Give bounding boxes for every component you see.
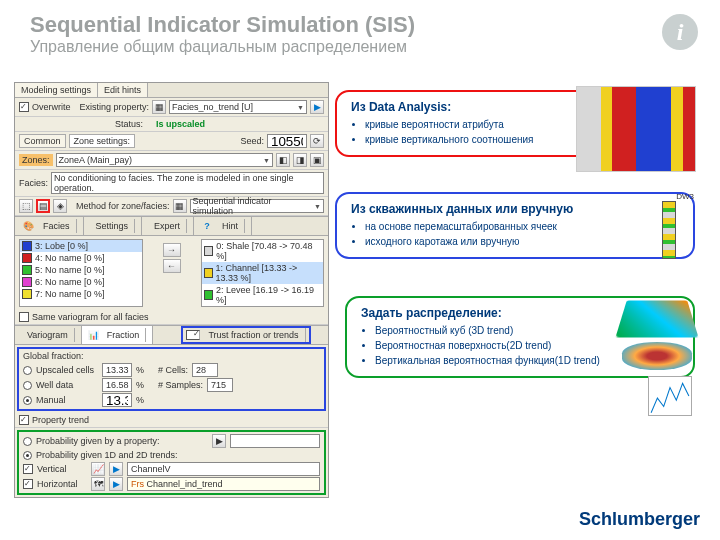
vertical-value[interactable]: ChannelV bbox=[127, 462, 320, 476]
facies-left-list[interactable]: 3: Lobe [0 %] 4: No name [0 %] 5: No nam… bbox=[19, 239, 143, 307]
facies-text: No conditioning to facies. The zone is m… bbox=[51, 172, 324, 194]
move-right-icon[interactable]: → bbox=[163, 243, 181, 257]
well-label: DW3 bbox=[644, 192, 694, 201]
manual-input[interactable] bbox=[102, 393, 132, 407]
vertical-link-icon[interactable]: 📈 bbox=[91, 462, 105, 476]
seed-refresh-icon[interactable]: ⟳ bbox=[310, 134, 324, 148]
property-trend-checkbox[interactable] bbox=[19, 415, 29, 425]
surface-graphic bbox=[622, 342, 692, 370]
tab-modeling-settings[interactable]: Modeling settings bbox=[15, 83, 98, 97]
overwrite-label: Overwrite bbox=[32, 102, 71, 112]
upscaled-value: 13.33 bbox=[102, 363, 132, 377]
seed-input[interactable] bbox=[267, 134, 307, 148]
prob-1d2d-label: Probability given 1D and 2D trends: bbox=[36, 450, 178, 460]
list-item: 5: No name [0 %] bbox=[20, 264, 142, 276]
same-variogram-checkbox[interactable] bbox=[19, 312, 29, 322]
tool-icon-1[interactable]: ⬚ bbox=[19, 199, 33, 213]
arrow-icon[interactable]: ▶ bbox=[109, 462, 123, 476]
well-graphic: DW3 bbox=[644, 192, 694, 264]
tab-fraction[interactable]: 📊 Fraction bbox=[82, 326, 154, 344]
existing-property-dropdown[interactable]: Facies_no_trend [U] ▼ bbox=[169, 100, 307, 114]
tab-edit-hints[interactable]: Edit hints bbox=[98, 83, 148, 97]
zones-value: ZoneA (Main_pay) bbox=[59, 155, 133, 165]
cube-graphic bbox=[615, 300, 698, 337]
arrow-icon[interactable]: ▶ bbox=[109, 477, 123, 491]
info-icon: i bbox=[662, 14, 698, 50]
move-left-icon[interactable]: ← bbox=[163, 259, 181, 273]
arrow-icon[interactable]: ▶ bbox=[212, 434, 226, 448]
welldata-label: Well data bbox=[36, 380, 98, 390]
list-item: 1: Channel [13.33 -> 13.33 %] bbox=[202, 262, 324, 284]
list-item: 6: No name [0 %] bbox=[20, 276, 142, 288]
upscaled-label: Upscaled cells bbox=[36, 365, 98, 375]
callout-blue-title: Из скважинных данных или вручную bbox=[351, 202, 681, 216]
curve-graphic bbox=[648, 376, 692, 416]
zones-dropdown[interactable]: ZoneA (Main_pay) ▼ bbox=[56, 153, 273, 167]
horizontal-link-icon[interactable]: 🗺 bbox=[91, 477, 105, 491]
vertical-checkbox[interactable] bbox=[23, 464, 33, 474]
tool-icon-3[interactable]: ◈ bbox=[53, 199, 67, 213]
zone-icon-2[interactable]: ◨ bbox=[293, 153, 307, 167]
global-fraction-block: Global fraction: Upscaled cells 13.33 % … bbox=[17, 347, 326, 411]
tab-zone-settings[interactable]: Zone settings: bbox=[69, 134, 136, 148]
chevron-down-icon: ▼ bbox=[297, 104, 304, 111]
chevron-down-icon: ▼ bbox=[314, 203, 321, 210]
callout-well-data: Из скважинных данных или вручную на осно… bbox=[335, 192, 695, 259]
radio-prob-1d2d[interactable] bbox=[23, 451, 32, 460]
tab-expert[interactable]: Expert bbox=[142, 217, 194, 235]
list-item: 3: Lobe [0 %] bbox=[20, 240, 142, 252]
tab-common[interactable]: Common bbox=[19, 134, 66, 148]
callout-item: исходного каротажа или вручную bbox=[365, 234, 681, 249]
zone-icon-1[interactable]: ◧ bbox=[276, 153, 290, 167]
horizontal-label: Horizontal bbox=[37, 479, 87, 489]
prob-property-label: Probability given by a property: bbox=[36, 436, 160, 446]
vertical-label: Vertical bbox=[37, 464, 87, 474]
status-label: Status: bbox=[115, 119, 143, 129]
radio-prob-property[interactable] bbox=[23, 437, 32, 446]
probability-trends-block: Probability given by a property: ▶ Proba… bbox=[17, 430, 326, 495]
facies-right-list[interactable]: 0: Shale [70.48 -> 70.48 %] 1: Channel [… bbox=[201, 239, 325, 307]
zone-icon-3[interactable]: ▣ bbox=[310, 153, 324, 167]
samples-value: 715 bbox=[207, 378, 233, 392]
modeling-panel: Modeling settings Edit hints Overwrite E… bbox=[14, 82, 329, 498]
seed-label: Seed: bbox=[240, 136, 264, 146]
horizontal-checkbox[interactable] bbox=[23, 479, 33, 489]
prob-property-field[interactable] bbox=[230, 434, 320, 448]
radio-welldata[interactable] bbox=[23, 381, 32, 390]
status-value: Is upscaled bbox=[156, 119, 205, 129]
global-fraction-label: Global fraction: bbox=[23, 351, 320, 361]
list-item: 0: Shale [70.48 -> 70.48 %] bbox=[202, 240, 324, 262]
method-value: Sequential indicator simulation bbox=[193, 196, 315, 216]
list-item: 4: No name [0 %] bbox=[20, 252, 142, 264]
chevron-down-icon: ▼ bbox=[263, 157, 270, 164]
slide-subtitle: Управление общим фациальным распределени… bbox=[30, 38, 407, 56]
tab-variogram[interactable]: Variogram bbox=[15, 326, 82, 344]
list-item: 7: No name [0 %] bbox=[20, 288, 142, 300]
method-dropdown[interactable]: Sequential indicator simulation ▼ bbox=[190, 199, 324, 213]
method-icon: ▦ bbox=[173, 199, 187, 213]
list-item: 2: Levee [16.19 -> 16.19 %] bbox=[202, 284, 324, 306]
existing-property-label: Existing property: bbox=[80, 102, 150, 112]
tab-hint[interactable]: ?Hint bbox=[194, 217, 252, 235]
method-label: Method for zone/facies: bbox=[76, 201, 170, 211]
overwrite-checkbox[interactable] bbox=[19, 102, 29, 112]
tool-icon-2[interactable]: ▤ bbox=[36, 199, 50, 213]
trust-checkbox-group[interactable]: Trust fraction or trends bbox=[181, 326, 310, 344]
property-trend-label: Property trend bbox=[32, 415, 89, 425]
horizontal-field[interactable]: Frs Channel_ind_trend bbox=[127, 477, 320, 491]
cells-value: 28 bbox=[192, 363, 218, 377]
radio-manual[interactable] bbox=[23, 396, 32, 405]
facies-label: Facies: bbox=[19, 178, 48, 188]
welldata-value: 16.58 bbox=[102, 378, 132, 392]
samples-label: # Samples: bbox=[158, 380, 203, 390]
tab-facies[interactable]: 🎨Facies bbox=[15, 217, 84, 235]
manual-label: Manual bbox=[36, 395, 98, 405]
radio-upscaled[interactable] bbox=[23, 366, 32, 375]
cells-label: # Cells: bbox=[158, 365, 188, 375]
zones-label: Zones: bbox=[19, 154, 53, 166]
mini-chart-1 bbox=[576, 86, 696, 172]
tab-settings[interactable]: Settings bbox=[84, 217, 143, 235]
same-variogram-label: Same variogram for all facies bbox=[32, 312, 149, 322]
next-arrow-icon[interactable]: ▶ bbox=[310, 100, 324, 114]
schlumberger-logo: Schlumberger bbox=[579, 509, 700, 530]
